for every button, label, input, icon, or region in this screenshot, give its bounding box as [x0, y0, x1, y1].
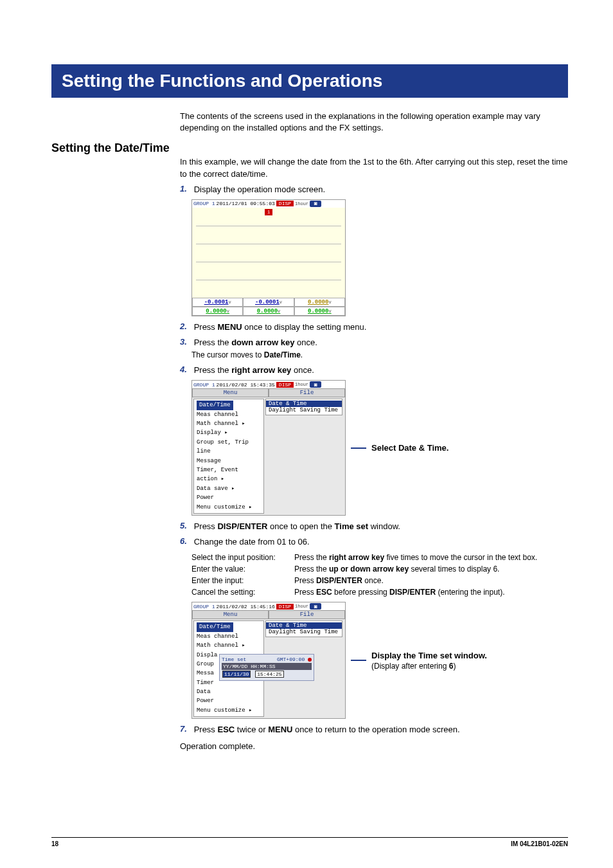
- scr-group: GROUP 1: [193, 201, 215, 206]
- menu-item: Menu customize ▸: [197, 503, 261, 512]
- camera-icon: ◙: [310, 381, 321, 388]
- time-set-title: Time set: [222, 656, 246, 662]
- submenu-item-datetime: Date & Time: [266, 622, 342, 629]
- red-dot-icon: [308, 658, 312, 662]
- menu-item: Meas channel: [197, 632, 261, 641]
- menu-tab: Menu: [192, 610, 269, 619]
- scr-header: GROUP 1 2011/12/01 09:55:03 DISP 1hour ◙: [192, 200, 345, 208]
- step-number: 7.: [180, 724, 191, 734]
- step-text: Display the operation mode screen.: [194, 184, 554, 195]
- section-intro: In this example, we will change the date…: [180, 156, 568, 179]
- time-set-time: 15:44:25: [255, 671, 283, 678]
- menu-item: Menu customize ▸: [197, 706, 261, 715]
- screenshot-2-wrap: GROUP 1 2011/02/02 15:43:35 DISP 1hour ◙…: [191, 380, 568, 516]
- time-set-date: 11/11/30: [222, 671, 251, 678]
- kv-enter-input: Enter the input: Press DISP/ENTER once.: [191, 575, 568, 586]
- screenshot-1: GROUP 1 2011/12/01 09:55:03 DISP 1hour ◙…: [191, 199, 346, 316]
- intro-paragraph: The contents of the screens used in the …: [180, 111, 568, 134]
- menu-item: Group set, Trip line: [197, 438, 261, 457]
- reading-4: 0.0000: [206, 308, 226, 314]
- menu-tab: Menu: [192, 388, 269, 397]
- time-set-format: YY/MM/DD HH:MM:SS: [222, 663, 312, 670]
- time-set-popup: Time set GMT+09:00 YY/MM/DD HH:MM:SS 11/…: [219, 654, 314, 681]
- menu-item: Timer, Event action ▸: [197, 466, 261, 484]
- scr-chart-area: 1: [192, 208, 345, 298]
- submenu: Date & Time Daylight Saving Time: [265, 620, 342, 637]
- menu-item: Message: [197, 457, 261, 466]
- step-text: Press MENU once to display the setting m…: [194, 321, 554, 333]
- page-number: 18: [51, 840, 58, 847]
- page-footer: 18 IM 04L21B01-02EN: [51, 837, 568, 847]
- step-6: 6. Change the date from 01 to 06.: [180, 536, 568, 548]
- step-4: 4. Press the right arrow key once.: [180, 365, 568, 376]
- step-text: Change the date from 01 to 06.: [194, 536, 554, 548]
- submenu: Date & Time Daylight Saving Time: [265, 399, 342, 415]
- menu-list: Date/Time Meas channel Math channel ▸ Di…: [193, 399, 264, 514]
- submenu-item-datetime: Date & Time: [266, 401, 342, 407]
- menu-item-datetime: Date/Time: [197, 622, 233, 631]
- scr-menubar: Menu File: [192, 388, 345, 397]
- step-subtext: The cursor moves to Date/Time.: [191, 350, 568, 361]
- callout-time-set: Display the Time set window. (Display af…: [371, 651, 487, 671]
- step-number: 1.: [180, 184, 191, 194]
- reading-6: 0.0000: [308, 308, 328, 314]
- step-number: 4.: [180, 365, 191, 374]
- menu-item: Power: [197, 696, 261, 705]
- kv-enter-value: Enter the value: Press the up or down ar…: [191, 563, 568, 575]
- time-set-tz: GMT+09:00: [277, 656, 312, 662]
- menu-item: Data save ▸: [197, 484, 261, 493]
- reading-5: 0.0000: [257, 308, 278, 314]
- callout-line: [351, 660, 366, 661]
- submenu-item: Daylight Saving Time: [269, 629, 339, 635]
- file-tab: File: [269, 388, 345, 397]
- callout-line: [351, 448, 366, 449]
- menu-item: Math channel ▸: [197, 641, 261, 650]
- step-number: 2.: [180, 321, 191, 331]
- scr-header: GROUP 1 2011/02/02 15:45:16 DISP 1hour ◙: [192, 602, 345, 610]
- step-number: 6.: [180, 536, 191, 546]
- section-title: Setting the Date/Time: [51, 141, 568, 155]
- kv-select-position: Select the input position: Press the rig…: [191, 552, 568, 563]
- file-tab: File: [269, 610, 345, 619]
- screenshot-1-wrap: GROUP 1 2011/12/01 09:55:03 DISP 1hour ◙…: [191, 199, 568, 316]
- scr-header: GROUP 1 2011/02/02 15:43:35 DISP 1hour ◙: [192, 381, 345, 388]
- page-banner: Setting the Functions and Operations: [51, 64, 568, 98]
- submenu-item: Daylight Saving Time: [269, 407, 339, 413]
- step-number: 3.: [180, 337, 191, 347]
- step-text: Press ESC twice or MENU once to return t…: [194, 724, 554, 736]
- menu-item-datetime: Date/Time: [197, 401, 233, 410]
- doc-id: IM 04L21B01-02EN: [511, 840, 568, 847]
- screenshot-3-wrap: GROUP 1 2011/02/02 15:45:16 DISP 1hour ◙…: [191, 602, 568, 719]
- screenshot-2: GROUP 1 2011/02/02 15:43:35 DISP 1hour ◙…: [191, 380, 346, 516]
- step-5: 5. Press DISP/ENTER once to open the Tim…: [180, 521, 568, 532]
- menu-item: Math channel ▸: [197, 419, 261, 428]
- menu-item: Meas channel: [197, 410, 261, 419]
- scr-readings-row1: -0.0001v -0.0001v 0.0000v: [192, 298, 345, 307]
- step-2: 2. Press MENU once to display the settin…: [180, 321, 568, 333]
- callout-select-datetime: Select Date & Time.: [371, 443, 449, 453]
- kv-cancel: Cancel the setting: Press ESC before pre…: [191, 586, 568, 598]
- chart-tag: 1: [265, 209, 272, 215]
- reading-3: 0.0000: [308, 299, 328, 305]
- step-text: Press the right arrow key once.: [194, 365, 554, 376]
- step-7: 7. Press ESC twice or MENU once to retur…: [180, 724, 568, 736]
- step-text: Press the down arrow key once.: [194, 337, 554, 348]
- scr-menubar: Menu File: [192, 610, 345, 619]
- camera-icon: ◙: [310, 603, 321, 610]
- step-3: 3. Press the down arrow key once. The cu…: [180, 337, 568, 361]
- scr-hour: 1hour: [295, 201, 308, 206]
- step-text: Press DISP/ENTER once to open the Time s…: [194, 521, 554, 532]
- menu-item: Display ▸: [197, 428, 261, 437]
- reading-1: -0.0001: [204, 299, 229, 305]
- disp-badge: DISP: [276, 201, 294, 206]
- menu-item: Power: [197, 493, 261, 502]
- operation-complete: Operation complete.: [180, 741, 568, 752]
- scr-readings-row2: 0.0000v 0.0000v 0.0000v: [192, 307, 345, 316]
- step-number: 5.: [180, 521, 191, 530]
- camera-icon: ◙: [310, 201, 321, 207]
- screenshot-3: GROUP 1 2011/02/02 15:45:16 DISP 1hour ◙…: [191, 602, 346, 719]
- scr-timestamp: 2011/12/01 09:55:03: [217, 201, 275, 206]
- step-1: 1. Display the operation mode screen.: [180, 184, 568, 195]
- reading-2: -0.0001: [255, 299, 280, 305]
- menu-item: Data: [197, 687, 261, 696]
